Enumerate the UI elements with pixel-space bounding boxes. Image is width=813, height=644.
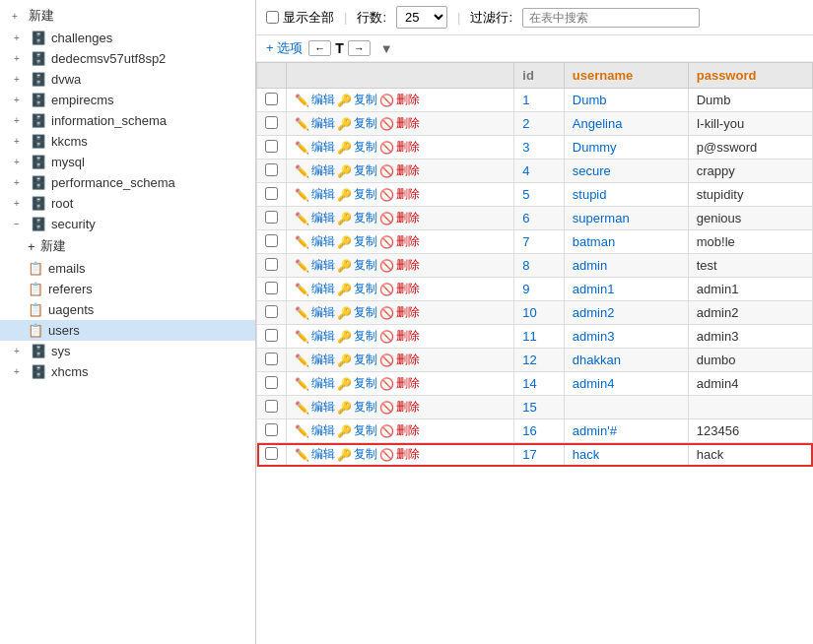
add-option-link[interactable]: + 选项	[266, 39, 303, 57]
pencil-icon: ✏️	[295, 330, 309, 344]
delete-button[interactable]: 🚫删除	[379, 257, 420, 274]
sidebar-item-performance_schema[interactable]: +🗄️performance_schema	[0, 172, 255, 193]
sidebar-item-mysql[interactable]: +🗄️mysql	[0, 152, 255, 172]
delete-button[interactable]: 🚫删除	[379, 210, 420, 226]
delete-button[interactable]: 🚫删除	[379, 92, 420, 108]
cell-id: 5	[514, 183, 565, 207]
edit-button[interactable]: ✏️编辑	[295, 281, 335, 297]
row-checkbox[interactable]	[265, 376, 278, 389]
copy-button[interactable]: 🔑复制	[337, 210, 377, 226]
copy-button[interactable]: 🔑复制	[337, 352, 377, 368]
delete-button[interactable]: 🚫删除	[379, 422, 420, 439]
row-checkbox[interactable]	[265, 329, 278, 342]
sidebar-item-empirecms[interactable]: +🗄️empirecms	[0, 90, 255, 110]
edit-button[interactable]: ✏️编辑	[295, 352, 335, 368]
delete-button[interactable]: 🚫删除	[379, 328, 420, 345]
sidebar-item-新建[interactable]: +新建	[0, 234, 255, 258]
header-username[interactable]: username	[564, 63, 688, 89]
row-checkbox[interactable]	[265, 282, 278, 294]
delete-button[interactable]: 🚫删除	[379, 446, 420, 463]
edit-button[interactable]: ✏️编辑	[295, 139, 335, 156]
sidebar-item-dedecmsv57utf8sp2[interactable]: +🗄️dedecmsv57utf8sp2	[0, 48, 255, 69]
sidebar-item-label: mysql	[51, 155, 85, 169]
delete-button[interactable]: 🚫删除	[379, 281, 420, 297]
copy-button[interactable]: 🔑复制	[337, 446, 377, 463]
sidebar-item-label: 新建	[40, 237, 66, 255]
copy-button[interactable]: 🔑复制	[337, 328, 377, 345]
copy-icon: 🔑	[337, 235, 352, 249]
edit-button[interactable]: ✏️编辑	[295, 233, 335, 250]
row-checkbox[interactable]	[265, 163, 278, 176]
nav-right-btn[interactable]: →	[348, 40, 371, 56]
edit-button[interactable]: ✏️编辑	[295, 257, 335, 274]
sidebar-item-information_schema[interactable]: +🗄️information_schema	[0, 110, 255, 131]
copy-button[interactable]: 🔑复制	[337, 115, 377, 132]
edit-button[interactable]: ✏️编辑	[295, 162, 335, 179]
copy-button[interactable]: 🔑复制	[337, 92, 377, 108]
sidebar-item-users[interactable]: 📋users	[0, 320, 255, 341]
sidebar-item-dvwa[interactable]: +🗄️dvwa	[0, 69, 255, 90]
delete-button[interactable]: 🚫删除	[379, 162, 420, 179]
row-checkbox[interactable]	[265, 187, 278, 200]
copy-button[interactable]: 🔑复制	[337, 281, 377, 297]
delete-button[interactable]: 🚫删除	[379, 139, 420, 156]
sidebar-item-emails[interactable]: 📋emails	[0, 258, 255, 279]
edit-button[interactable]: ✏️编辑	[295, 304, 335, 321]
cell-password: admin3	[688, 325, 812, 349]
sidebar-item-security[interactable]: −🗄️security	[0, 214, 255, 234]
row-checkbox[interactable]	[265, 447, 278, 460]
header-password[interactable]: password	[688, 63, 812, 89]
sort-t: T	[333, 40, 346, 56]
edit-button[interactable]: ✏️编辑	[295, 422, 335, 439]
edit-button[interactable]: ✏️编辑	[295, 446, 335, 463]
row-checkbox[interactable]	[265, 258, 278, 271]
copy-button[interactable]: 🔑复制	[337, 233, 377, 250]
row-count-select[interactable]: 2550100250	[396, 6, 447, 29]
delete-button[interactable]: 🚫删除	[379, 115, 420, 132]
copy-button[interactable]: 🔑复制	[337, 422, 377, 439]
edit-button[interactable]: ✏️编辑	[295, 210, 335, 226]
row-checkbox[interactable]	[265, 116, 278, 129]
sidebar-item-sys[interactable]: +🗄️sys	[0, 341, 255, 361]
delete-button[interactable]: 🚫删除	[379, 233, 420, 250]
delete-button[interactable]: 🚫删除	[379, 375, 420, 392]
row-checkbox[interactable]	[265, 305, 278, 318]
copy-button[interactable]: 🔑复制	[337, 399, 377, 416]
edit-button[interactable]: ✏️编辑	[295, 92, 335, 108]
edit-button[interactable]: ✏️编辑	[295, 115, 335, 132]
delete-button[interactable]: 🚫删除	[379, 352, 420, 368]
delete-button[interactable]: 🚫删除	[379, 186, 420, 203]
show-all-checkbox-label[interactable]: 显示全部	[266, 9, 334, 27]
copy-button[interactable]: 🔑复制	[337, 139, 377, 156]
filter-input[interactable]	[522, 8, 700, 28]
edit-button[interactable]: ✏️编辑	[295, 186, 335, 203]
cell-username: admin	[564, 254, 688, 278]
row-checkbox[interactable]	[265, 423, 278, 436]
row-checkbox[interactable]	[265, 353, 278, 365]
sidebar-new-top[interactable]: + 新建	[0, 4, 255, 28]
row-checkbox[interactable]	[265, 234, 278, 247]
row-checkbox[interactable]	[265, 93, 278, 105]
row-checkbox[interactable]	[265, 140, 278, 153]
copy-button[interactable]: 🔑复制	[337, 257, 377, 274]
show-all-checkbox[interactable]	[266, 11, 279, 24]
header-id[interactable]: id	[514, 63, 565, 89]
edit-button[interactable]: ✏️编辑	[295, 375, 335, 392]
sidebar-item-challenges[interactable]: +🗄️challenges	[0, 28, 255, 48]
sidebar-item-kkcms[interactable]: +🗄️kkcms	[0, 131, 255, 152]
row-checkbox[interactable]	[265, 211, 278, 224]
sidebar-item-root[interactable]: +🗄️root	[0, 193, 255, 214]
delete-button[interactable]: 🚫删除	[379, 399, 420, 416]
copy-button[interactable]: 🔑复制	[337, 186, 377, 203]
copy-button[interactable]: 🔑复制	[337, 304, 377, 321]
copy-button[interactable]: 🔑复制	[337, 162, 377, 179]
sidebar-item-xhcms[interactable]: +🗄️xhcms	[0, 361, 255, 382]
copy-button[interactable]: 🔑复制	[337, 375, 377, 392]
sidebar-item-uagents[interactable]: 📋uagents	[0, 299, 255, 320]
edit-button[interactable]: ✏️编辑	[295, 399, 335, 416]
delete-button[interactable]: 🚫删除	[379, 304, 420, 321]
nav-left-btn[interactable]: ←	[308, 40, 331, 56]
sidebar-item-referers[interactable]: 📋referers	[0, 279, 255, 299]
row-checkbox[interactable]	[265, 400, 278, 413]
edit-button[interactable]: ✏️编辑	[295, 328, 335, 345]
